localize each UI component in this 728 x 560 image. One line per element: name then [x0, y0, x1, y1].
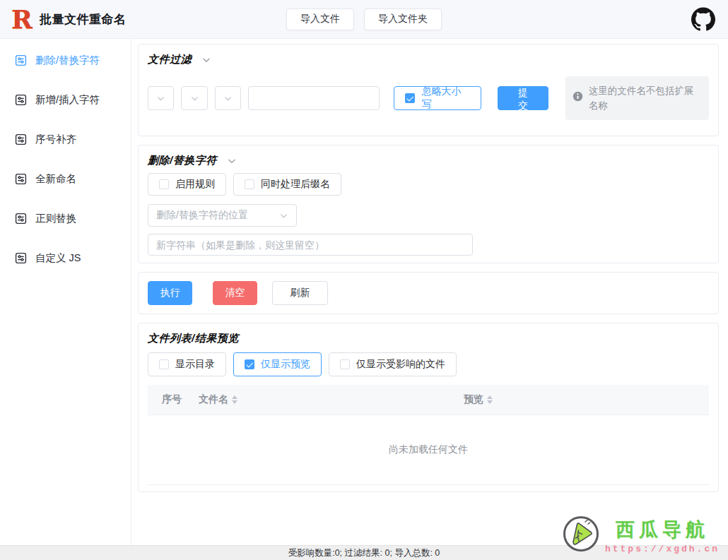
file-list-section: 文件列表/结果预览 显示目录 仅显示预览 仅显示受影响的文件	[138, 323, 719, 492]
preview-only-label: 仅显示预览	[261, 358, 310, 371]
chevron-down-icon	[279, 211, 288, 220]
chevron-down-icon	[223, 94, 233, 103]
sidebar-item-label: 序号补齐	[35, 133, 76, 146]
watermelon-logo-icon	[562, 515, 600, 556]
operation-icon	[15, 94, 27, 106]
sort-icon[interactable]	[232, 395, 237, 404]
rule-section-title: 删除/替换字符	[148, 154, 217, 167]
filter-section-title: 文件过滤	[148, 53, 192, 66]
file-table: 序号 文件名 预览 尚未加载任何文件	[148, 385, 709, 485]
sidebar-item-label: 全新命名	[35, 172, 76, 186]
sidebar: 删除/替换字符 新增/插入字符 序号补齐	[0, 39, 131, 545]
main-content: 文件过滤	[131, 39, 728, 545]
process-extension-checkbox[interactable]: 同时处理后缀名	[233, 173, 341, 196]
status-text: 受影响数量:0; 过滤结果: 0; 导入总数: 0	[288, 547, 440, 559]
page-title: 批量文件重命名	[40, 11, 127, 28]
sidebar-item-label: 删除/替换字符	[35, 54, 100, 67]
preview-only-checkbox[interactable]: 仅显示预览	[233, 352, 322, 376]
sidebar-item-delete-replace[interactable]: 删除/替换字符	[0, 50, 131, 70]
sidebar-item-regex[interactable]: 正则替换	[0, 208, 131, 228]
app-window: R 批量文件重命名 导入文件 导入文件夹 删除/替换字符	[0, 0, 728, 560]
show-directory-checkbox[interactable]: 显示目录	[148, 352, 226, 376]
import-folder-button[interactable]: 导入文件夹	[364, 8, 442, 30]
sidebar-item-label: 自定义 JS	[35, 251, 81, 265]
filter-select-3[interactable]	[215, 86, 241, 110]
sidebar-item-insert[interactable]: 新增/插入字符	[0, 90, 131, 109]
operation-icon	[15, 54, 27, 66]
chevron-down-icon[interactable]	[227, 156, 237, 166]
app-logo: R	[11, 6, 33, 32]
execute-button[interactable]: 执行	[148, 281, 192, 305]
enable-rule-label: 启用规则	[175, 178, 215, 191]
new-string-input[interactable]	[148, 234, 473, 256]
checkbox-unchecked-icon	[159, 359, 169, 369]
show-directory-label: 显示目录	[175, 358, 215, 371]
brand: R 批量文件重命名	[11, 6, 126, 32]
sidebar-item-sequence[interactable]: 序号补齐	[0, 129, 131, 149]
actions-section: 执行 清空 刷新	[138, 272, 719, 314]
checkbox-checked-icon	[405, 93, 415, 103]
filter-select-1[interactable]	[148, 86, 174, 110]
column-header-filename[interactable]: 文件名	[192, 393, 457, 406]
filter-keyword-input[interactable]	[248, 86, 380, 110]
checkbox-unchecked-icon	[245, 179, 254, 189]
chevron-down-icon[interactable]	[201, 55, 211, 65]
operation-icon	[15, 133, 27, 145]
github-icon[interactable]	[690, 6, 717, 32]
app-header: R 批量文件重命名 导入文件 导入文件夹	[0, 0, 728, 39]
import-file-button[interactable]: 导入文件	[286, 8, 354, 30]
checkbox-unchecked-icon	[159, 179, 169, 189]
ignore-case-checkbox[interactable]: 忽略大小写	[394, 86, 481, 110]
column-header-index: 序号	[148, 393, 192, 406]
checkbox-checked-icon	[245, 359, 254, 369]
clear-button[interactable]: 清空	[213, 281, 257, 305]
list-section-title: 文件列表/结果预览	[148, 332, 239, 345]
watermark: 西瓜导航 https://xgdh.cn	[562, 515, 720, 556]
chevron-down-icon	[156, 94, 165, 103]
checkbox-unchecked-icon	[340, 359, 350, 369]
operation-icon	[15, 213, 27, 225]
chevron-down-icon	[190, 94, 199, 103]
column-header-preview[interactable]: 预览	[457, 393, 500, 406]
sidebar-item-label: 正则替换	[35, 212, 76, 225]
operation-icon	[15, 252, 27, 264]
position-select-placeholder: 删除/替换字符的位置	[156, 209, 248, 222]
filter-hint: 这里的文件名不包括扩展名称	[565, 76, 709, 120]
enable-rule-checkbox[interactable]: 启用规则	[148, 173, 226, 196]
refresh-button[interactable]: 刷新	[272, 281, 328, 305]
info-icon	[573, 91, 583, 102]
watermark-url: https://xgdh.cn	[605, 544, 720, 554]
process-extension-label: 同时处理后缀名	[261, 178, 330, 191]
table-empty-state: 尚未加载任何文件	[148, 415, 709, 485]
watermark-name: 西瓜导航	[616, 517, 709, 542]
affected-only-checkbox[interactable]: 仅显示受影响的文件	[329, 352, 457, 376]
table-header-row: 序号 文件名 预览	[148, 385, 709, 415]
sort-icon[interactable]	[487, 395, 493, 404]
submit-button[interactable]: 提交	[498, 86, 548, 110]
sidebar-item-label: 新增/插入字符	[35, 93, 100, 107]
sidebar-item-custom-js[interactable]: 自定义 JS	[0, 248, 131, 268]
file-filter-section: 文件过滤	[138, 44, 719, 136]
sidebar-item-rename-new[interactable]: 全新命名	[0, 169, 131, 189]
filter-hint-text: 这里的文件名不包括扩展名称	[589, 83, 700, 113]
position-select[interactable]: 删除/替换字符的位置	[148, 204, 297, 227]
operation-icon	[15, 173, 27, 185]
ignore-case-label: 忽略大小写	[421, 85, 470, 111]
rule-section: 删除/替换字符 启用规则 同时处理后缀名	[138, 145, 719, 263]
affected-only-label: 仅显示受影响的文件	[356, 358, 445, 371]
filter-select-2[interactable]	[181, 86, 207, 110]
